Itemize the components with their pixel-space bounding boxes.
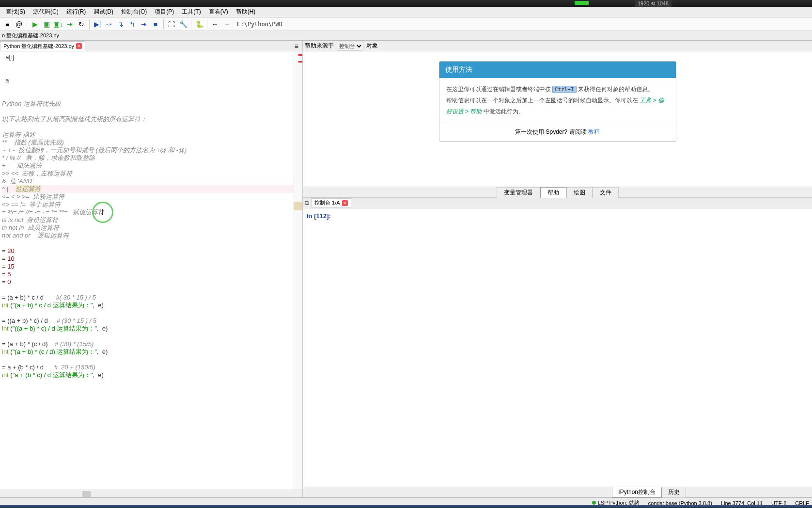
os-taskbar[interactable] xyxy=(0,505,812,508)
at-icon[interactable]: @ xyxy=(14,19,24,30)
tutorial-link[interactable]: 教程 xyxy=(588,128,600,135)
code-line: <= < > >= 比较运算符 xyxy=(2,193,64,200)
console-pane-tabs: IPython控制台 历史 xyxy=(303,487,812,497)
continue-icon[interactable]: ⇥ xyxy=(139,19,149,30)
tab-variable-explorer[interactable]: 变量管理器 xyxy=(497,187,540,198)
separator xyxy=(27,19,27,29)
code-line: * / % // 乘，除，求余数和取整除 xyxy=(2,154,95,161)
tab-history[interactable]: 历史 xyxy=(662,487,686,498)
kbd-shortcut: Ctrl+I xyxy=(552,86,577,93)
menu-project[interactable]: 项目(P) xyxy=(151,7,178,17)
h-scrollbar[interactable] xyxy=(0,490,302,497)
code-line: = %= /= //= -= += *= **= 赋值运算符 xyxy=(2,208,104,216)
separator xyxy=(191,19,191,29)
tab-files[interactable]: 文件 xyxy=(593,187,619,198)
menu-debug[interactable]: 调试(D) xyxy=(90,7,117,17)
menu-help[interactable]: 帮助(H) xyxy=(232,7,260,17)
editor-tab-label: Python 量化编程基础-2023.py xyxy=(3,43,74,50)
menu-view[interactable]: 查看(V) xyxy=(205,7,232,17)
code-line: int ("((a + b) * c) / d 运算结果为：", e) xyxy=(2,325,108,332)
code-line: = (a + b) * (c / d) # (30) * (15/5) xyxy=(2,340,94,348)
battery-indicator xyxy=(575,1,589,5)
resolution-badge: 1920 ⟲ 1048 xyxy=(635,0,671,7)
rerun-icon[interactable]: ↻ xyxy=(76,19,87,30)
separator xyxy=(163,19,164,29)
help-toolbar: 帮助来源于 控制台 对象 xyxy=(303,41,812,51)
code-line: + - 加法减法 xyxy=(2,162,42,169)
minimap-viewport[interactable] xyxy=(294,202,302,210)
code-line: = 5 xyxy=(2,270,11,278)
tab-plots[interactable]: 绘图 xyxy=(566,187,593,198)
code-line: = 0 xyxy=(2,278,11,286)
help-source-select[interactable]: 控制台 xyxy=(337,42,363,50)
step-out-icon[interactable]: ↰ xyxy=(127,19,138,30)
code-line: & 位 'AND' xyxy=(2,177,33,185)
forward-icon[interactable]: → xyxy=(221,19,232,30)
code-line: a[:] xyxy=(2,53,14,61)
code-line: = (a + b) * c / d #( 30 * 15 ) / 5 xyxy=(2,294,96,301)
code-line: Python 运算符优先级 xyxy=(2,100,61,107)
working-dir-path: E:\Python\PWD xyxy=(237,21,282,28)
code-line: a xyxy=(2,77,9,84)
console-prompt-close: ]: xyxy=(327,212,331,220)
code-line: = ((a + b) * c) / d # (30 * 15 ) / 5 xyxy=(2,317,96,324)
help-card-title: 使用方法 xyxy=(439,62,676,78)
menu-find[interactable]: 查找(S) xyxy=(2,7,29,17)
console-prompt-num: 112 xyxy=(316,212,327,220)
back-icon[interactable]: ← xyxy=(210,19,220,30)
step-into-icon[interactable]: ↴ xyxy=(115,19,126,30)
menu-console[interactable]: 控制台(O) xyxy=(117,7,151,17)
minimap-mark xyxy=(298,61,302,63)
code-line: ** 指数 (最高优先级) xyxy=(2,139,64,146)
console-tabs: ⧉ 控制台 1/A × xyxy=(303,198,812,208)
help-card-body: 在这里你可以通过在编辑器或者终端中按 Ctrl+I 来获得任何对象的帮助信息。 … xyxy=(439,78,676,123)
menu-run[interactable]: 运行(R) xyxy=(62,7,90,17)
editor-tab-active[interactable]: Python 量化编程基础-2023.py × xyxy=(0,41,85,51)
toolbar: ≡ @ ▶ ▣ ▣↓ ⇥ ↻ ▶| ⤻ ↴ ↰ ⇥ ■ ⛶ 🔧 🐍 ← → E:… xyxy=(0,17,812,31)
code-line: not and or 逻辑运算符 xyxy=(2,232,69,239)
status-led-icon xyxy=(592,501,596,505)
menu-source[interactable]: 源代码(C) xyxy=(29,7,62,17)
help-card-footer: 第一次使用 Spyder? 请阅读 教程 xyxy=(439,123,676,141)
code-line: = a + (b * c) / d # 20 + (150/5) xyxy=(2,364,95,371)
minimap[interactable] xyxy=(294,51,302,490)
pythonpath-icon[interactable]: 🐍 xyxy=(194,19,204,30)
debug-icon[interactable]: ▶| xyxy=(92,19,103,30)
titlebar: 1920 ⟲ 1048 xyxy=(0,0,812,7)
menubar: 查找(S) 源代码(C) 运行(R) 调试(D) 控制台(O) 项目(P) 工具… xyxy=(0,7,812,17)
code-line: = 10 xyxy=(2,255,15,262)
code-editor[interactable]: a[:] a Python 运算符优先级 以下表格列出了从最高到最低优先级的所有… xyxy=(0,51,302,490)
code-line: 运算符 描述 xyxy=(2,131,35,138)
tab-ipython-console[interactable]: IPython控制台 xyxy=(612,487,662,498)
run-icon[interactable]: ▶ xyxy=(30,19,40,30)
close-icon[interactable]: × xyxy=(342,200,348,206)
menu-tools[interactable]: 工具(T) xyxy=(178,7,204,17)
hamburger-icon[interactable]: ≡ xyxy=(295,42,298,50)
tab-help[interactable]: 帮助 xyxy=(540,187,566,198)
fullscreen-icon[interactable]: ⛶ xyxy=(166,19,177,30)
run-cell-icon[interactable]: ▣ xyxy=(41,19,52,30)
stop-debug-icon[interactable]: ■ xyxy=(150,19,161,30)
file-path-bar: n 量化编程基础-2023.py xyxy=(0,31,812,41)
code-line: = 20 xyxy=(2,247,15,254)
run-cell-advance-icon[interactable]: ▣↓ xyxy=(53,19,63,30)
editor-tabs: Python 量化编程基础-2023.py × ≡ xyxy=(0,41,302,51)
file-path: n 量化编程基础-2023.py xyxy=(2,32,59,39)
separator xyxy=(89,19,90,29)
close-icon[interactable]: × xyxy=(76,43,82,49)
code-line: = 15 xyxy=(2,263,15,270)
list-icon[interactable]: ≡ xyxy=(2,19,13,30)
code-line: int ("(a + b) * (c / d) 运算结果为：", e) xyxy=(2,348,108,355)
code-line: 以下表格列出了从最高到最低优先级的所有运算符： xyxy=(2,115,147,123)
ipython-console[interactable]: In [112]: xyxy=(303,208,812,487)
console-tab[interactable]: 控制台 1/A × xyxy=(311,198,351,207)
wrench-icon[interactable]: 🔧 xyxy=(178,19,188,30)
code-line: <> == != 等于运算符 xyxy=(2,201,61,208)
code-line: in not in 成员运算符 xyxy=(2,224,59,231)
help-object-label: 对象 xyxy=(366,42,378,50)
console-tabbar-icon[interactable]: ⧉ xyxy=(305,199,309,207)
separator xyxy=(207,19,207,29)
run-selection-icon[interactable]: ⇥ xyxy=(64,19,75,30)
scrollbar-thumb[interactable] xyxy=(82,491,91,497)
step-over-icon[interactable]: ⤻ xyxy=(104,19,114,30)
